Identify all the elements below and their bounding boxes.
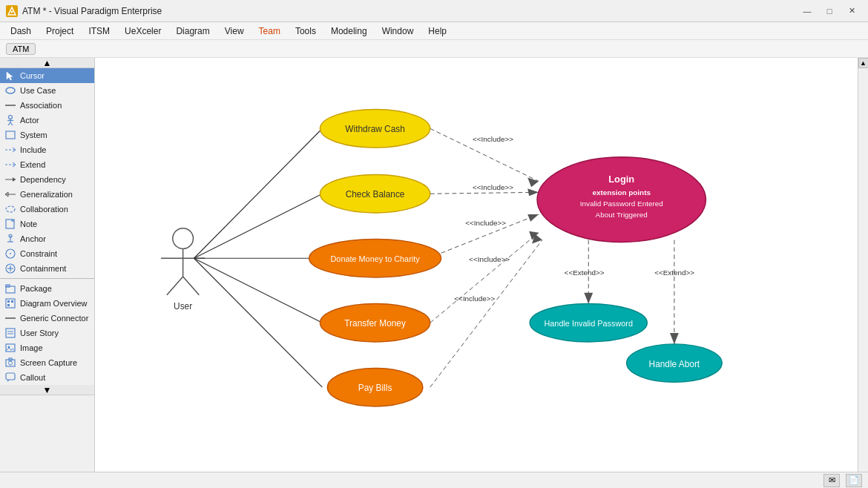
sidebar-label-constraint: Constraint	[20, 249, 57, 258]
svg-text:<<Include>>: <<Include>>	[473, 183, 513, 191]
sidebar-item-use-case[interactable]: Use Case	[0, 83, 94, 98]
app-icon	[6, 5, 18, 17]
association-icon	[4, 100, 16, 111]
menu-item-team[interactable]: Team	[251, 23, 288, 39]
sidebar-label-collaboration: Collaboration	[20, 205, 68, 214]
sidebar-item-diagram-overview[interactable]: Diagram Overview	[0, 296, 94, 311]
sidebar-item-include[interactable]: Include	[0, 142, 94, 157]
sidebar-item-callout[interactable]: Callout	[0, 370, 94, 385]
svg-text:Transfer Money: Transfer Money	[344, 318, 406, 329]
callout-icon	[4, 372, 16, 383]
sidebar-item-anchor[interactable]: Anchor	[0, 231, 94, 246]
generalization-icon	[4, 189, 16, 200]
sidebar-item-constraint[interactable]: Constraint	[0, 246, 94, 261]
sidebar-label-callout: Callout	[20, 373, 45, 382]
svg-line-52	[167, 277, 183, 295]
svg-text:<<Extend>>: <<Extend>>	[654, 268, 694, 277]
sidebar-item-note[interactable]: Note	[0, 217, 94, 231]
menu-item-uexceler[interactable]: UeXceler	[117, 23, 168, 39]
svg-line-53	[183, 277, 200, 295]
sidebar-label-dependency: Dependency	[20, 175, 66, 184]
sidebar-label-generic-connector: Generic Connector	[20, 314, 88, 323]
sidebar-item-package[interactable]: Package	[0, 281, 94, 296]
sidebar-label-screen-capture: Screen Capture	[20, 358, 77, 367]
menu-item-help[interactable]: Help	[421, 23, 454, 39]
menu-item-dash[interactable]: Dash	[3, 23, 39, 39]
userstory-icon	[4, 328, 16, 338]
scroll-up-btn[interactable]: ▲	[858, 58, 869, 68]
anchor-icon	[4, 234, 16, 244]
svg-marker-65	[527, 214, 539, 222]
sidebar-divider	[0, 278, 94, 279]
close-button[interactable]: ✕	[841, 4, 862, 18]
svg-point-4	[9, 116, 13, 119]
svg-point-46	[9, 361, 13, 365]
menu-item-diagram[interactable]: Diagram	[168, 23, 217, 39]
sidebar-scroll-up[interactable]: ▲	[0, 58, 94, 68]
breadcrumb-bar: ATM	[0, 40, 868, 58]
maximize-button[interactable]: □	[819, 4, 840, 18]
svg-line-62	[430, 192, 539, 194]
sidebar-label-user-story: User Story	[20, 329, 59, 337]
package-icon	[4, 283, 16, 294]
menu-item-window[interactable]: Window	[375, 23, 421, 39]
screencapture-icon	[4, 357, 16, 368]
sidebar-item-cursor[interactable]: Cursor	[0, 68, 94, 83]
sidebar-scroll-down[interactable]: ▼	[0, 385, 94, 395]
diagramoverview-icon	[4, 298, 16, 309]
svg-point-28	[10, 253, 11, 254]
sidebar: ▲ CursorUse CaseAssociationActorSystemIn…	[0, 58, 95, 488]
sidebar-label-include: Include	[20, 145, 46, 154]
sidebar-item-generic-connector[interactable]: Generic Connector	[0, 311, 94, 326]
actor-icon	[4, 115, 16, 125]
diagram-canvas[interactable]: User <<Include>> <<Include>> <<I	[95, 58, 858, 488]
sidebar-item-image[interactable]: Image	[0, 340, 94, 355]
svg-text:extension points: extension points	[592, 188, 651, 197]
sidebar-label-extend: Extend	[20, 160, 45, 169]
email-icon[interactable]: ✉	[823, 474, 840, 487]
collaboration-icon	[4, 204, 16, 214]
sidebar-item-collaboration[interactable]: Collaboration	[0, 202, 94, 217]
svg-rect-47	[6, 373, 15, 380]
sidebar-label-actor: Actor	[20, 116, 39, 125]
svg-point-2	[6, 88, 15, 93]
svg-marker-63	[527, 188, 539, 196]
sidebar-item-actor[interactable]: Actor	[0, 113, 94, 128]
menu-item-tools[interactable]: Tools	[288, 23, 323, 39]
sidebar-item-containment[interactable]: Containment	[0, 261, 94, 276]
svg-line-58	[194, 258, 322, 323]
svg-marker-79	[670, 333, 679, 344]
sidebar-label-system: System	[20, 131, 47, 139]
sidebar-item-extend[interactable]: Extend	[0, 157, 94, 172]
menu-item-view[interactable]: View	[217, 23, 251, 39]
titlebar: ATM * - Visual Paradigm Enterprise — □ ✕	[0, 0, 868, 22]
svg-text:Donate Money to Charity: Donate Money to Charity	[331, 254, 421, 263]
sidebar-label-association: Association	[20, 101, 62, 110]
menu-item-modeling[interactable]: Modeling	[323, 23, 375, 39]
usecase-icon	[4, 85, 16, 96]
genericconnector-icon	[4, 313, 16, 323]
sidebar-item-dependency[interactable]: Dependency	[0, 172, 94, 187]
svg-text:<<Include>>: <<Include>>	[469, 255, 510, 263]
sidebar-label-cursor: Cursor	[20, 71, 45, 80]
svg-text:<<Include>>: <<Include>>	[454, 294, 495, 303]
svg-rect-36	[11, 300, 13, 303]
menu-item-itsm[interactable]: ITSM	[81, 23, 117, 39]
right-scrollbar[interactable]: ▲ ▼	[858, 58, 868, 488]
sidebar-item-association[interactable]: Association	[0, 98, 94, 113]
svg-line-59	[194, 258, 322, 387]
sidebar-item-user-story[interactable]: User Story	[0, 326, 94, 340]
document-icon[interactable]: 📄	[846, 474, 862, 487]
sidebar-label-diagram-overview: Diagram Overview	[20, 299, 87, 308]
menu-item-project[interactable]: Project	[39, 23, 81, 39]
sidebar-item-system[interactable]: System	[0, 128, 94, 142]
svg-text:Handle Invalid Password: Handle Invalid Password	[544, 319, 633, 328]
svg-point-20	[6, 206, 15, 212]
minimize-button[interactable]: —	[797, 4, 818, 18]
sidebar-label-generalization: Generalization	[20, 190, 73, 199]
svg-text:<<Include>>: <<Include>>	[473, 135, 513, 143]
svg-rect-34	[6, 299, 15, 308]
sidebar-item-generalization[interactable]: Generalization	[0, 187, 94, 202]
sidebar-item-screen-capture[interactable]: Screen Capture	[0, 355, 94, 370]
breadcrumb-atm[interactable]: ATM	[6, 43, 36, 55]
